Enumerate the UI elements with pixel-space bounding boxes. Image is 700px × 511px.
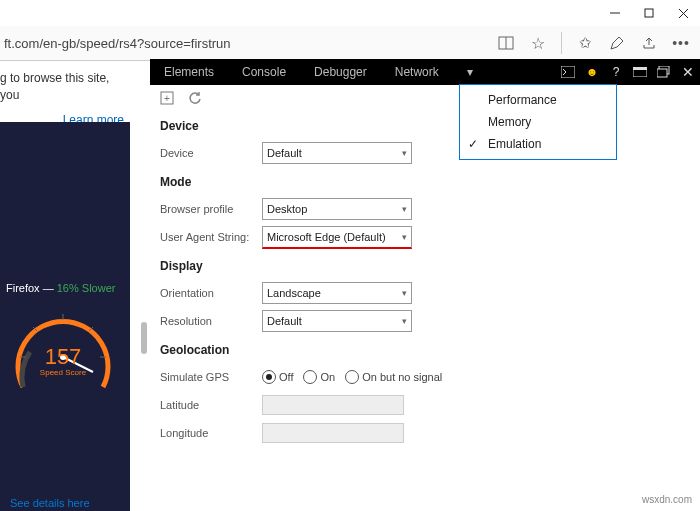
devtools-overflow-menu: Performance Memory Emulation xyxy=(459,84,617,160)
gps-nosignal-radio[interactable]: On but no signal xyxy=(345,370,442,384)
firefox-comparison: Firefox — 16% Slower xyxy=(6,282,115,294)
speed-gauge: 157 Speed Score xyxy=(8,302,118,412)
svg-rect-15 xyxy=(633,67,647,70)
gps-off-radio[interactable]: Off xyxy=(262,370,293,384)
longitude-label: Longitude xyxy=(160,427,262,439)
browser-profile-label: Browser profile xyxy=(160,203,262,215)
latitude-label: Latitude xyxy=(160,399,262,411)
tab-console[interactable]: Console xyxy=(228,59,300,85)
devtools-tabbar: Elements Console Debugger Network ▾ ☻ ? … xyxy=(150,59,700,85)
window-controls xyxy=(598,0,700,26)
display-heading: Display xyxy=(160,259,690,273)
menu-memory[interactable]: Memory xyxy=(460,111,616,133)
dock-icon[interactable] xyxy=(628,59,652,85)
browser-profile-select[interactable]: Desktop▾ xyxy=(262,198,412,220)
gps-on-radio[interactable]: On xyxy=(303,370,335,384)
emulation-toolbar: + xyxy=(150,85,700,114)
simulate-gps-label: Simulate GPS xyxy=(160,371,262,383)
address-bar-row: ft.com/en-gb/speed/rs4?source=firstrun ☆… xyxy=(0,26,700,61)
emulation-panel: Device Device Default▾ Mode Browser prof… xyxy=(150,113,700,511)
menu-performance[interactable]: Performance xyxy=(460,89,616,111)
geolocation-heading: Geolocation xyxy=(160,343,690,357)
device-select[interactable]: Default▾ xyxy=(262,142,412,164)
maximize-button[interactable] xyxy=(632,0,666,26)
svg-text:+: + xyxy=(164,93,170,104)
devtools-close-icon[interactable]: ✕ xyxy=(676,59,700,85)
site-prompt-text: g to browse this site, you xyxy=(0,71,109,102)
latitude-input[interactable] xyxy=(262,395,404,415)
see-details-link[interactable]: See details here xyxy=(10,497,90,509)
reset-icon[interactable] xyxy=(188,91,202,108)
resolution-label: Resolution xyxy=(160,315,262,327)
scrollbar-thumb[interactable] xyxy=(141,322,147,354)
chevron-down-icon: ▾ xyxy=(402,204,407,214)
tab-elements[interactable]: Elements xyxy=(150,59,228,85)
tab-debugger[interactable]: Debugger xyxy=(300,59,381,85)
chevron-down-icon: ▾ xyxy=(402,316,407,326)
orientation-label: Orientation xyxy=(160,287,262,299)
web-note-icon[interactable] xyxy=(608,34,626,52)
reading-view-icon[interactable] xyxy=(497,34,515,52)
chevron-down-icon: ▾ xyxy=(402,288,407,298)
favorites-hub-icon[interactable]: ✩ xyxy=(576,34,594,52)
more-icon[interactable]: ••• xyxy=(672,34,690,52)
speed-panel: Firefox — 16% Slower 157 Speed Score See… xyxy=(0,122,130,511)
favorite-star-icon[interactable]: ☆ xyxy=(529,34,547,52)
feedback-icon[interactable]: ☻ xyxy=(580,59,604,85)
chevron-down-icon: ▾ xyxy=(402,232,407,242)
share-icon[interactable] xyxy=(640,34,658,52)
resolution-select[interactable]: Default▾ xyxy=(262,310,412,332)
console-toggle-icon[interactable] xyxy=(556,59,580,85)
longitude-input[interactable] xyxy=(262,423,404,443)
address-url[interactable]: ft.com/en-gb/speed/rs4?source=firstrun xyxy=(0,36,231,51)
user-agent-select[interactable]: Microsoft Edge (Default)▾ xyxy=(262,226,412,249)
tab-network[interactable]: Network xyxy=(381,59,453,85)
chevron-down-icon: ▾ xyxy=(402,148,407,158)
tab-overflow-icon[interactable]: ▾ xyxy=(453,59,507,85)
close-button[interactable] xyxy=(666,0,700,26)
watermark: wsxdn.com xyxy=(642,494,692,505)
mode-heading: Mode xyxy=(160,175,690,189)
undock-icon[interactable] xyxy=(652,59,676,85)
site-prompt: g to browse this site, you Learn more xyxy=(0,70,130,128)
menu-emulation[interactable]: Emulation xyxy=(460,133,616,155)
minimize-button[interactable] xyxy=(598,0,632,26)
speed-score-label: Speed Score xyxy=(8,368,118,377)
help-icon[interactable]: ? xyxy=(604,59,628,85)
svg-rect-1 xyxy=(645,9,653,17)
orientation-select[interactable]: Landscape▾ xyxy=(262,282,412,304)
svg-rect-13 xyxy=(561,66,575,78)
speed-score: 157 xyxy=(8,344,118,370)
svg-rect-17 xyxy=(657,69,667,77)
user-agent-label: User Agent String: xyxy=(160,231,262,243)
device-label: Device xyxy=(160,147,262,159)
persist-icon[interactable]: + xyxy=(160,91,174,108)
